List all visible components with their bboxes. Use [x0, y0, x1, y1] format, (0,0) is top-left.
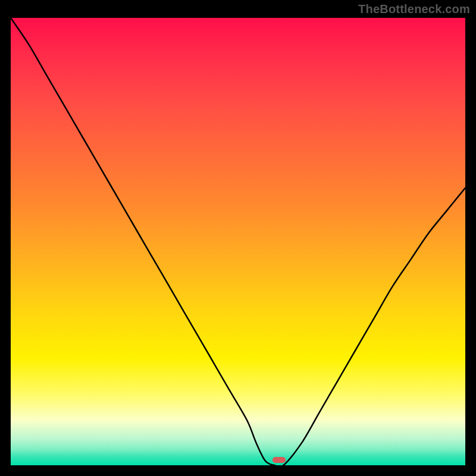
- chart-frame: TheBottleneck.com: [0, 0, 476, 476]
- plot-area: [11, 18, 465, 465]
- minimum-marker: [273, 457, 286, 463]
- bottleneck-curve: [11, 18, 465, 465]
- watermark-text: TheBottleneck.com: [358, 2, 470, 16]
